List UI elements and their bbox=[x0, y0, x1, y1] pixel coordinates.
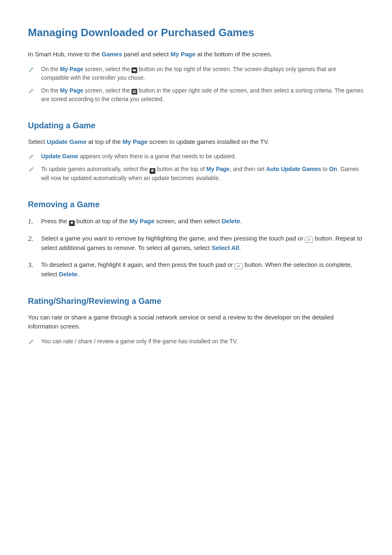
note-item: On the My Page screen, select the button… bbox=[41, 86, 364, 104]
text: appears only when there is a game that n… bbox=[78, 153, 236, 160]
games-link: Games bbox=[101, 51, 122, 58]
mypage-link: My Page bbox=[206, 166, 230, 172]
step-item: 1. Press the ✱ button at top of the My P… bbox=[41, 216, 364, 226]
on-link: On bbox=[329, 166, 337, 172]
text: To deselect a game, highlight it again, … bbox=[41, 261, 235, 268]
mypage-link: My Page bbox=[60, 66, 83, 72]
rating-intro: You can rate or share a game through a s… bbox=[28, 313, 364, 331]
step-number: 1. bbox=[28, 216, 33, 227]
svg-rect-1 bbox=[133, 90, 136, 91]
text: On the bbox=[41, 66, 60, 72]
removing-steps: 1. Press the ✱ button at top of the My P… bbox=[28, 216, 364, 279]
intro-text: In Smart Hub, move to the Games panel an… bbox=[28, 50, 364, 59]
delete-link: Delete bbox=[59, 271, 77, 278]
mypage-link: My Page bbox=[129, 217, 154, 224]
text: to bbox=[321, 166, 329, 172]
step-item: 2. Select a game you want to remove by h… bbox=[41, 234, 364, 253]
text: . bbox=[77, 271, 79, 278]
text: Select bbox=[28, 138, 47, 145]
enter-icon: ↵ bbox=[235, 264, 243, 269]
note-item: You can rate / share / review a game onl… bbox=[41, 337, 364, 346]
mypage-link: My Page bbox=[122, 138, 148, 145]
step-number: 2. bbox=[28, 234, 33, 244]
text: screen, select the bbox=[83, 87, 132, 94]
autoupdate-link: Auto Update Games bbox=[266, 166, 321, 172]
gear-icon: ✱ bbox=[150, 168, 155, 174]
text: screen to update games installed on the … bbox=[148, 138, 269, 145]
delete-link: Delete bbox=[221, 217, 240, 224]
step-number: 3. bbox=[28, 260, 33, 271]
text: You can rate / share / review a game onl… bbox=[41, 338, 238, 345]
note-item: Update Game appears only when there is a… bbox=[41, 152, 364, 161]
svg-rect-2 bbox=[133, 91, 136, 92]
updating-notes: Update Game appears only when there is a… bbox=[28, 152, 364, 183]
page-title: Managing Downloaded or Purchased Games bbox=[28, 25, 364, 41]
rating-section: Rating/Sharing/Reviewing a Game You can … bbox=[28, 295, 364, 346]
updategame-link: Update Game bbox=[47, 138, 87, 145]
text: screen, select the bbox=[83, 66, 132, 72]
text: button at top of the bbox=[76, 217, 129, 224]
mypage-link: My Page bbox=[171, 51, 196, 58]
rating-notes: You can rate / share / review a game onl… bbox=[28, 337, 364, 346]
pencil-icon bbox=[29, 87, 35, 96]
text: , and then set bbox=[230, 166, 266, 172]
updating-intro: Select Update Game at top of the My Page… bbox=[28, 137, 364, 147]
pencil-icon bbox=[29, 66, 35, 74]
rating-heading: Rating/Sharing/Reviewing a Game bbox=[28, 295, 364, 307]
removing-heading: Removing a Game bbox=[28, 198, 364, 210]
text: . bbox=[239, 244, 241, 251]
text: at the bottom of the screen. bbox=[196, 51, 272, 58]
removing-section: Removing a Game 1. Press the ✱ button at… bbox=[28, 198, 364, 279]
note-item: To update games automatically, select th… bbox=[41, 165, 364, 183]
step-item: 3. To deselect a game, highlight it agai… bbox=[41, 260, 364, 279]
text: To update games automatically, select th… bbox=[41, 166, 150, 172]
pencil-icon bbox=[29, 166, 35, 174]
text: . bbox=[240, 217, 242, 224]
notes-list: On the My Page screen, select the button… bbox=[28, 65, 364, 104]
list-icon bbox=[131, 89, 137, 95]
enter-icon: ↵ bbox=[305, 237, 313, 243]
pencil-icon bbox=[29, 153, 35, 162]
updating-heading: Updating a Game bbox=[28, 119, 364, 132]
pencil-icon bbox=[29, 338, 35, 347]
text: On the bbox=[41, 87, 60, 94]
updategame-link: Update Game bbox=[41, 153, 78, 160]
selectall-link: Select All bbox=[212, 244, 239, 251]
svg-rect-0 bbox=[133, 69, 136, 71]
text: Select a game you want to remove by high… bbox=[41, 235, 305, 242]
text: In Smart Hub, move to the bbox=[28, 51, 101, 58]
updating-section: Updating a Game Select Update Game at to… bbox=[28, 119, 364, 183]
text: at top of the bbox=[87, 138, 123, 145]
svg-rect-3 bbox=[133, 92, 136, 92]
text: button at the top of bbox=[157, 166, 206, 172]
text: Press the bbox=[41, 217, 69, 224]
gear-icon: ✱ bbox=[69, 220, 75, 226]
controller-icon bbox=[131, 67, 137, 73]
text: screen, and then select bbox=[154, 217, 221, 224]
text: panel and select bbox=[122, 51, 171, 58]
mypage-link: My Page bbox=[60, 87, 83, 94]
note-item: On the My Page screen, select the button… bbox=[41, 65, 364, 82]
